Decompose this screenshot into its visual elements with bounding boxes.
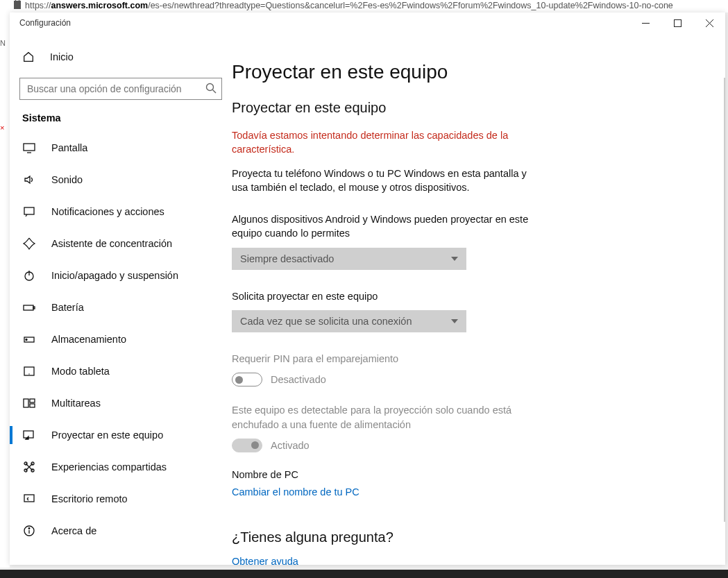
setting-require-pin-toggle[interactable]: [232, 373, 262, 386]
search-icon: [205, 83, 217, 94]
dropdown-value: Cada vez que se solicita una conexión: [240, 316, 412, 327]
sidebar-item-experiencias[interactable]: Experiencias compartidas: [10, 451, 232, 483]
sidebar-item-label: Escritorio remoto: [51, 493, 128, 504]
setting-ask-to-project-label: Solicita proyectar en este equipo: [232, 289, 551, 303]
sidebar-item-notificaciones[interactable]: Notificaciones y acciones: [10, 196, 232, 228]
home-label: Inicio: [50, 51, 74, 62]
sidebar-item-label: Batería: [51, 302, 84, 313]
setting-ask-to-project-dropdown[interactable]: Cada vez que se solicita una conexión: [232, 310, 466, 332]
sidebar-item-multitareas[interactable]: Multitareas: [10, 387, 232, 419]
sidebar-item-acerca-de[interactable]: Acerca de: [10, 515, 232, 547]
sidebar: Inicio Sistema Pantalla Sonido Notificac…: [10, 33, 232, 565]
titlebar: Configuración: [10, 12, 725, 33]
sidebar-item-inicio-apagado[interactable]: Inicio/apagado y suspensión: [10, 260, 232, 291]
taskbar[interactable]: [0, 570, 728, 578]
section-title: Proyectar en este equipo: [232, 100, 697, 116]
svg-rect-11: [24, 305, 33, 310]
svg-rect-25: [24, 495, 34, 502]
sound-icon: [22, 173, 36, 187]
capability-warning: Todavía estamos intentando determinar la…: [232, 128, 523, 157]
setting-discoverable-toggle[interactable]: [232, 439, 262, 452]
remote-desktop-icon: [22, 492, 36, 506]
pc-name-label: Nombre de PC: [232, 469, 697, 480]
storage-icon: [22, 332, 36, 346]
about-icon: [22, 524, 36, 538]
svg-rect-6: [24, 144, 35, 151]
notifications-icon: [22, 205, 36, 219]
setting-project-permission-dropdown[interactable]: Siempre desactivado: [232, 248, 466, 270]
multitask-icon: [22, 396, 36, 410]
focus-assist-icon: [22, 237, 36, 250]
setting-require-pin-label: Requerir PIN para el emparejamiento: [232, 352, 551, 366]
svg-rect-17: [24, 399, 28, 407]
setting-discoverable-label: Este equipo es detectable para la proyec…: [232, 403, 551, 432]
minimize-button[interactable]: [629, 12, 661, 33]
svg-rect-18: [30, 399, 35, 402]
change-pc-name-link[interactable]: Cambiar el nombre de tu PC: [232, 486, 359, 498]
search-input[interactable]: [19, 78, 222, 100]
sidebar-item-label: Multitareas: [51, 398, 101, 409]
page-title: Proyectar en este equipo: [232, 61, 697, 83]
section-description: Proyecta tu teléfono Windows o tu PC Win…: [232, 167, 537, 195]
display-icon: [22, 141, 36, 155]
sidebar-item-modo-tableta[interactable]: Modo tableta: [10, 355, 232, 387]
sidebar-item-almacenamiento[interactable]: Almacenamiento: [10, 323, 232, 355]
toggle-state-text: Desactivado: [271, 374, 326, 385]
sidebar-item-pantalla[interactable]: Pantalla: [10, 132, 232, 164]
battery-icon: [22, 300, 36, 314]
dropdown-value: Siempre desactivado: [240, 253, 334, 264]
sidebar-item-proyectar[interactable]: Proyectar en este equipo: [10, 419, 232, 451]
sidebar-item-bateria[interactable]: Batería: [10, 291, 232, 323]
browser-url-bar: https://answers.microsoft.com/es-es/newt…: [0, 0, 728, 12]
background-page-fragment: N×: [0, 12, 10, 568]
svg-line-5: [213, 90, 217, 94]
svg-point-14: [26, 339, 27, 341]
svg-point-28: [28, 528, 30, 529]
lock-icon: [14, 1, 21, 9]
toggle-state-text: Activado: [271, 440, 310, 451]
sidebar-item-escritorio-remoto[interactable]: Escritorio remoto: [10, 483, 232, 515]
sidebar-item-label: Pantalla: [51, 142, 87, 153]
svg-rect-19: [30, 404, 35, 407]
svg-point-4: [207, 84, 214, 91]
question-heading: ¿Tienes alguna pregunta?: [232, 529, 697, 545]
sidebar-item-label: Experiencias compartidas: [51, 461, 167, 473]
settings-window: Configuración Inicio Sistema Pantalla So…: [10, 12, 725, 565]
shared-icon: [22, 460, 36, 474]
sidebar-item-label: Proyectar en este equipo: [51, 430, 163, 441]
sidebar-item-label: Inicio/apagado y suspensión: [51, 270, 178, 281]
window-title: Configuración: [19, 18, 71, 28]
svg-rect-12: [33, 307, 35, 309]
scrollbar[interactable]: [722, 33, 725, 565]
sidebar-item-label: Acerca de: [51, 525, 96, 536]
get-help-link[interactable]: Obtener ayuda: [232, 556, 298, 565]
sidebar-item-label: Modo tableta: [51, 366, 110, 377]
sidebar-item-label: Sonido: [51, 174, 83, 185]
svg-rect-8: [24, 207, 34, 214]
sidebar-group-header: Sistema: [10, 112, 232, 132]
sidebar-item-label: Almacenamiento: [51, 334, 126, 345]
close-button[interactable]: [693, 12, 725, 33]
home-icon: [22, 51, 35, 63]
sidebar-item-asistente-concentracion[interactable]: Asistente de concentración: [10, 228, 232, 260]
sidebar-item-label: Asistente de concentración: [51, 238, 172, 249]
sidebar-item-label: Notificaciones y acciones: [51, 206, 164, 217]
url-domain: answers.microsoft.com: [51, 1, 149, 10]
setting-project-permission-label: Algunos dispositivos Android y Windows p…: [232, 212, 551, 241]
sidebar-item-sonido[interactable]: Sonido: [10, 164, 232, 196]
maximize-button[interactable]: [661, 12, 693, 33]
tablet-icon: [22, 364, 36, 378]
power-icon: [22, 269, 36, 282]
svg-rect-1: [674, 19, 681, 26]
content-area: Proyectar en este equipo Proyectar en es…: [232, 33, 725, 565]
project-icon: [22, 428, 36, 442]
home-link[interactable]: Inicio: [10, 43, 232, 71]
